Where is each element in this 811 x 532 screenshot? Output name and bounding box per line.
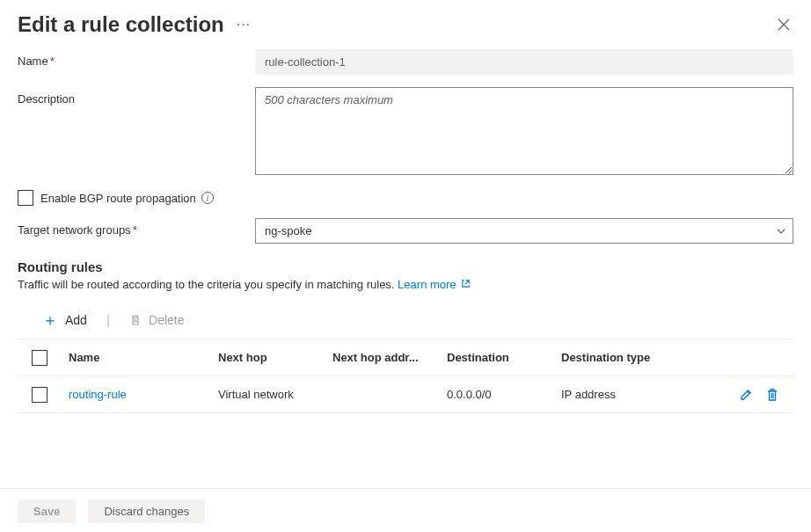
rule-destination-type: IP address [554,383,677,406]
row-checkbox[interactable] [32,387,47,403]
name-label: Name [18,55,48,68]
plus-icon: ＋ [42,312,58,328]
close-icon [778,18,790,31]
info-icon[interactable]: i [201,192,214,204]
rules-section-title: Routing rules [18,259,793,274]
edit-icon[interactable] [739,388,753,402]
bgp-label: Enable BGP route propagation [40,192,196,205]
bgp-checkbox[interactable] [18,190,33,206]
discard-button[interactable]: Discard changes [88,499,205,523]
add-rule-button[interactable]: ＋ Add [37,309,92,332]
delete-rule-button: Delete [124,310,189,331]
more-icon[interactable]: ··· [237,17,251,33]
close-button[interactable] [774,15,793,34]
col-destination-type: Destination type [554,346,677,369]
delete-label: Delete [149,313,184,327]
save-button[interactable]: Save [18,499,76,523]
learn-more-link[interactable]: Learn more [398,278,471,291]
required-indicator: * [133,223,137,237]
target-groups-label: Target network groups [18,223,131,237]
trash-icon [129,314,142,326]
rule-next-hop-addr [325,390,440,400]
target-groups-select[interactable]: ng-spoke [255,218,793,244]
table-row: routing-rule Virtual network 0.0.0.0/0 I… [18,376,793,413]
description-input[interactable] [255,87,793,175]
name-input [255,49,793,75]
rule-destination: 0.0.0.0/0 [440,383,554,406]
col-destination: Destination [440,346,554,369]
select-all-checkbox[interactable] [32,350,47,366]
page-title: Edit a rule collection [18,12,224,37]
delete-row-icon[interactable] [765,388,779,402]
learn-more-label: Learn more [398,278,456,291]
description-label: Description [18,92,75,106]
add-label: Add [65,313,87,327]
rules-section-desc: Traffic will be routed according to the … [18,278,394,291]
col-next-hop: Next hop [211,346,325,369]
col-next-hop-addr: Next hop addr... [325,346,440,369]
external-link-icon [461,278,471,291]
required-indicator: * [50,55,55,68]
rule-name-link[interactable]: routing-rule [69,388,127,401]
col-name: Name [62,346,211,369]
rule-next-hop: Virtual network [211,383,325,406]
toolbar-separator: | [101,312,115,328]
